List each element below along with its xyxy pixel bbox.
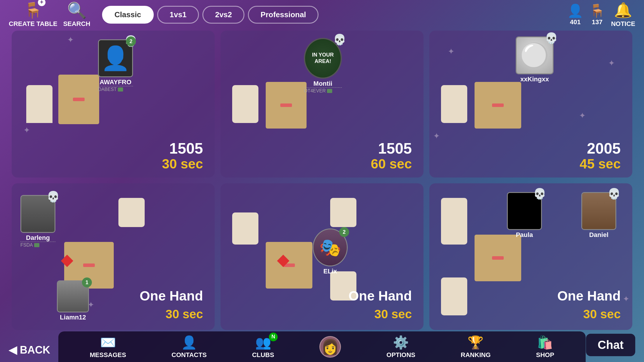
card-mode-4: One Hand — [140, 288, 203, 304]
table-card-2[interactable]: IN YOURAREA! 💀 Montii OT4EVER 1505 60 se… — [220, 31, 424, 178]
player-name-elix: ELix — [313, 268, 348, 275]
contacts-icon: 👤 — [181, 335, 197, 350]
contacts-label: CONTACTS — [172, 351, 207, 359]
create-table-label: CREATE TABLE — [9, 20, 57, 28]
chat-button[interactable]: Chat — [586, 334, 635, 356]
player-avatar-nav: 👩 — [319, 336, 341, 358]
chair-tl-5 — [232, 212, 258, 245]
table-card-6[interactable]: 💀 Paula 💀 Daniel One Hand 30 sec — [429, 183, 632, 330]
mode-classic[interactable]: Classic — [102, 6, 154, 24]
back-arrow: ◀ — [9, 344, 17, 356]
nav-shop[interactable]: 🛍️ SHOP — [536, 335, 554, 359]
skull-badge-paula: 💀 — [533, 188, 546, 200]
game-table-5 — [266, 242, 312, 289]
skull-badge-darleng: 💀 — [47, 191, 60, 203]
player-name-2: Montii — [304, 80, 342, 87]
chair-top-6 — [441, 198, 467, 245]
table-card-3[interactable]: ⚪ 💀 xxKingxx 2005 45 sec — [429, 31, 632, 178]
chair-bot-6 — [441, 277, 467, 315]
player-avatar-1: 👤 💀 2 AWAYFRO DABEST — [98, 39, 133, 92]
player-avatar-3: ⚪ 💀 xxKingxx — [516, 36, 554, 83]
player-name-3: xxKingxx — [516, 75, 554, 83]
shop-icon: 🛍️ — [537, 335, 553, 350]
player-avatar-liamn: 1 Liamn12 — [57, 280, 89, 321]
card-mode-6: One Hand — [557, 288, 621, 304]
player-name-darleng: Darleng — [20, 234, 55, 242]
card-timer-1: 30 sec — [162, 156, 203, 172]
nav-ranking[interactable]: 🏆 RANKING — [461, 335, 491, 359]
player-avatar-darleng: 💀 Darleng FSDA — [20, 195, 55, 248]
card-timer-2: 60 sec — [371, 156, 412, 172]
mode-2vs2[interactable]: 2vs2 — [202, 6, 244, 24]
tag-darleng — [34, 243, 39, 247]
card-score-3: 2005 — [587, 140, 621, 157]
card-score-2: 1505 — [378, 140, 412, 157]
search-button[interactable]: 🔍 SEARCH — [63, 1, 90, 28]
player-tag-2: OT4EVER — [304, 87, 342, 94]
table-card-5[interactable]: 🎭 2 ELix One Hand 30 sec — [220, 183, 424, 330]
card-timer-3: 45 sec — [580, 156, 621, 172]
tables-icon: 🪑 — [589, 3, 605, 18]
chat-label: Chat — [598, 338, 624, 351]
search-label: SEARCH — [63, 20, 90, 28]
chair-tr-5 — [330, 198, 356, 227]
ranking-label: RANKING — [461, 351, 491, 359]
notice-label: NOTICE — [611, 20, 635, 28]
notice-button[interactable]: 🔔 NOTICE — [611, 1, 635, 28]
chair-left-1 — [26, 85, 52, 123]
skull-badge-2: 💀 — [333, 34, 346, 46]
game-table-2 — [266, 82, 307, 129]
chair-rt-4 — [118, 198, 145, 227]
nav-options[interactable]: ⚙️ OPTIONS — [386, 335, 415, 359]
top-bar: 🪑 + CREATE TABLE 🔍 SEARCH Classic 1vs1 2… — [0, 0, 644, 29]
level-badge-1: 2 — [126, 36, 136, 46]
card-timer-6: 30 sec — [583, 307, 621, 321]
player-tag-1: DABEST — [98, 86, 133, 92]
messages-icon: ✉️ — [100, 335, 116, 350]
back-button[interactable]: ◀ BACK — [9, 344, 50, 356]
tag-icon-2 — [327, 89, 332, 93]
card-mode-5: One Hand — [349, 288, 412, 304]
chair-left-3 — [441, 85, 467, 123]
nav-contacts[interactable]: 👤 CONTACTS — [172, 335, 207, 359]
table-card-1[interactable]: 👤 💀 2 AWAYFRO DABEST 1505 30 sec — [12, 31, 215, 178]
mode-professional[interactable]: Professional — [248, 6, 318, 24]
player-name-daniel: Daniel — [581, 231, 616, 239]
nav-clubs[interactable]: 👥 N CLUBS — [252, 335, 274, 359]
shop-label: SHOP — [536, 351, 554, 359]
card-timer-4: 30 sec — [166, 307, 203, 321]
nav-messages[interactable]: ✉️ MESSAGES — [90, 335, 126, 359]
player-avatar-paula: 💀 Paula — [507, 192, 542, 239]
player-avatar-daniel: 💀 Daniel — [581, 192, 616, 239]
tables-count[interactable]: 🪑 137 — [589, 3, 605, 26]
messages-label: MESSAGES — [90, 351, 126, 359]
tables-grid: 👤 💀 2 AWAYFRO DABEST 1505 30 sec — [12, 31, 632, 330]
level-badge-liamn: 1 — [82, 277, 92, 287]
table-card-4[interactable]: 💀 Darleng FSDA 1 Liamn12 One Hand 30 sec — [12, 183, 215, 330]
mode-1vs1[interactable]: 1vs1 — [157, 6, 199, 24]
notice-icon: 🔔 — [614, 2, 632, 19]
friends-count[interactable]: 👤 401 — [567, 3, 583, 26]
tag-icon-1 — [118, 87, 123, 92]
back-label: BACK — [20, 344, 50, 356]
nav-avatar[interactable]: 👩 — [319, 336, 341, 358]
player-tag-darleng: FSDA — [20, 242, 55, 248]
game-table-6 — [475, 235, 521, 281]
player-name-liamn: Liamn12 — [57, 314, 89, 321]
search-icon: 🔍 — [67, 1, 87, 20]
game-table-3 — [475, 82, 521, 129]
friends-icon: 👤 — [567, 3, 583, 18]
top-right-group: 👤 401 🪑 137 🔔 NOTICE — [567, 1, 635, 28]
game-table-1 — [58, 75, 99, 124]
friends-number: 401 — [570, 18, 581, 26]
player-avatar-2: IN YOURAREA! 💀 Montii OT4EVER — [304, 38, 342, 94]
card-timer-5: 30 sec — [374, 307, 412, 321]
options-icon: ⚙️ — [393, 335, 409, 350]
player-name-1: AWAYFRO — [98, 78, 133, 86]
ranking-icon: 🏆 — [468, 335, 484, 350]
create-table-button[interactable]: 🪑 + CREATE TABLE — [9, 1, 57, 28]
mode-tabs: Classic 1vs1 2vs2 Professional — [102, 6, 319, 24]
skull-badge-3: 💀 — [545, 32, 558, 44]
player-avatar-elix: 🎭 2 ELix — [313, 229, 348, 275]
bottom-nav: ✉️ MESSAGES 👤 CONTACTS 👥 N CLUBS 👩 ⚙️ OP… — [58, 331, 586, 362]
